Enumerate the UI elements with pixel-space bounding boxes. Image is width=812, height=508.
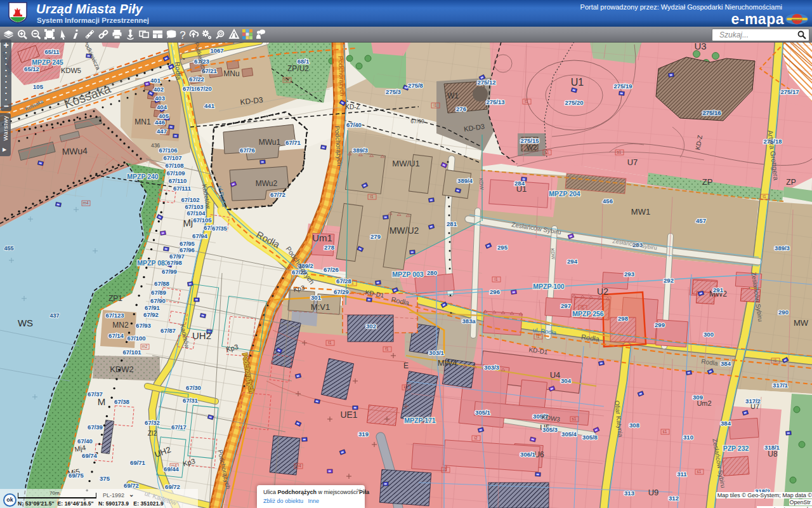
svg-text:275/20: 275/20 [565,99,583,106]
svg-text:s1: s1 [617,150,622,154]
svg-text:301: 301 [311,294,322,301]
svg-text:ZP1: ZP1 [108,294,122,303]
svg-text:311: 311 [677,471,687,478]
svg-text:MPZP 100: MPZP 100 [533,283,565,290]
svg-text:275/15: 275/15 [520,137,539,144]
svg-text:457: 457 [696,217,706,224]
svg-text:67/37: 67/37 [88,391,103,398]
svg-text:s1: s1 [697,469,702,474]
svg-text:403: 403 [155,95,165,102]
svg-text:383a: 383a [462,318,476,324]
svg-text:65/12: 65/12 [24,65,39,72]
svg-text:308: 308 [629,422,639,429]
svg-text:KDW: KDW [549,248,556,260]
svg-text:281: 281 [447,220,457,227]
svg-text:i1: i1 [443,467,447,472]
svg-text:67/29: 67/29 [334,288,349,295]
svg-text:318/1: 318/1 [764,444,780,451]
svg-text:MW/U1: MW/U1 [392,159,419,168]
svg-text:384: 384 [721,360,731,367]
svg-text:67/39: 67/39 [88,424,103,431]
svg-text:275/8: 275/8 [408,82,423,89]
svg-text:69/75: 69/75 [69,472,84,479]
svg-text:MWu4: MWu4 [62,145,88,156]
svg-text:305/8: 305/8 [582,434,598,441]
svg-text:67/28: 67/28 [336,277,351,284]
svg-text:KDW2: KDW2 [110,364,134,374]
svg-text:KDW: KDW [478,178,485,190]
svg-text:313: 313 [624,490,634,497]
svg-text:i2: i2 [474,436,477,440]
svg-text:WS: WS [18,318,33,328]
svg-text:290: 290 [778,309,789,316]
svg-text:KD-Z: KD-Z [345,104,360,110]
svg-text:1067: 1067 [210,47,223,54]
svg-text:67/71: 67/71 [285,139,301,146]
svg-text:67/98: 67/98 [167,259,182,266]
svg-text:m4: m4 [82,201,88,205]
svg-text:67/35: 67/35 [212,225,227,232]
svg-text:67/106: 67/106 [159,147,177,154]
svg-text:300: 300 [704,331,714,338]
svg-text:MW/U2: MW/U2 [390,225,419,236]
svg-text:67/32: 67/32 [145,419,160,426]
svg-text:455: 455 [4,245,13,251]
svg-text:275/13: 275/13 [486,98,504,105]
svg-text:291: 291 [713,286,724,293]
svg-text:67/69: 67/69 [410,118,424,124]
svg-text:389/4: 389/4 [457,177,473,184]
svg-text:M:V1: M:V1 [311,302,330,312]
svg-text:437: 437 [49,312,59,319]
svg-text:Um1: Um1 [312,232,332,243]
svg-text:68/1: 68/1 [298,58,310,65]
svg-text:67/107: 67/107 [163,154,181,161]
svg-text:MPZP 204: MPZP 204 [549,190,580,197]
svg-text:67/72: 67/72 [270,191,285,198]
svg-text:U7: U7 [627,157,638,167]
svg-text:67/40: 67/40 [77,438,93,444]
svg-text:67/76: 67/76 [240,147,255,154]
svg-text:67/108: 67/108 [165,162,183,169]
svg-text:296: 296 [490,288,500,295]
svg-text:317/1: 317/1 [773,382,788,389]
svg-text:67/100: 67/100 [127,335,145,342]
svg-text:67/30: 67/30 [186,384,201,391]
svg-text:67/110: 67/110 [169,177,187,184]
svg-text:W1: W1 [447,91,459,100]
svg-text:312: 312 [669,495,679,502]
svg-text:t1: t1 [763,194,766,199]
svg-text:67/17: 67/17 [171,424,187,431]
svg-text:KDW5: KDW5 [61,67,81,74]
svg-text:67/111: 67/111 [173,185,192,192]
svg-text:67/19: 67/19 [183,85,198,92]
svg-text:67/14: 67/14 [108,332,124,339]
svg-text:389/3: 389/3 [353,147,368,154]
svg-text:ZP/U2: ZP/U2 [287,64,309,73]
svg-text:MWu1: MWu1 [259,138,281,147]
svg-text:m2: m2 [141,344,147,349]
svg-text:294: 294 [567,258,578,265]
svg-text:401: 401 [150,77,161,84]
svg-text:UE1: UE1 [340,410,357,420]
svg-text:67/20: 67/20 [197,85,212,92]
svg-text:302: 302 [366,323,376,330]
svg-text:67/104: 67/104 [187,210,206,217]
svg-text:65/11: 65/11 [44,48,60,55]
svg-text:275/12: 275/12 [477,79,495,86]
svg-text:t1: t1 [328,340,332,345]
svg-text:M: M [98,396,106,407]
svg-text:U8: U8 [768,450,778,458]
svg-text:305/4: 305/4 [561,431,577,438]
svg-text:67/40: 67/40 [346,121,362,128]
svg-text:305/3: 305/3 [542,426,558,433]
svg-text:69/71: 69/71 [130,459,145,466]
svg-text:MPZP 171: MPZP 171 [404,417,436,424]
svg-text:67/109: 67/109 [166,170,185,177]
svg-text:MW4: MW4 [438,358,457,368]
svg-text:310: 310 [683,434,693,441]
svg-text:67/22: 67/22 [189,76,204,83]
svg-text:309: 309 [693,394,703,401]
svg-text:389/3: 389/3 [775,244,790,251]
svg-text:67/123: 67/123 [105,312,124,319]
svg-text:ZP: ZP [702,177,713,187]
